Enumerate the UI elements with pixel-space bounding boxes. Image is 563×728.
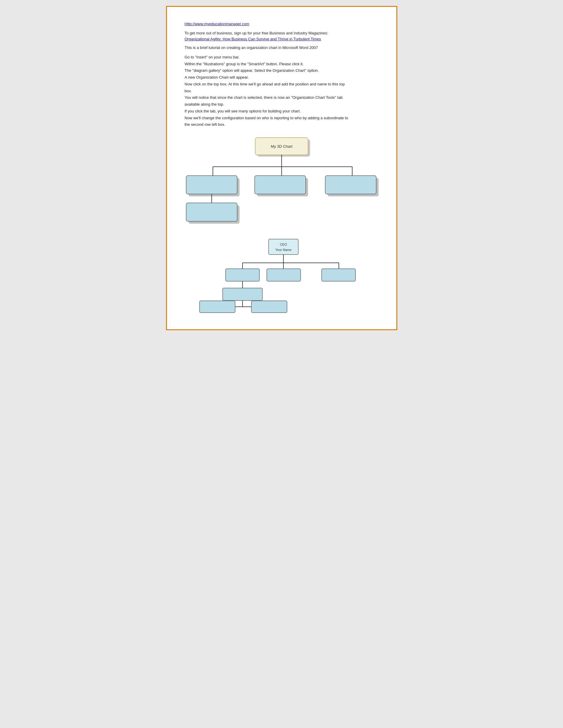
chart1-top-label: My 3D Chart [271,144,292,149]
instruction-1: Go to "Insert" on your menu bar. [185,55,240,59]
instruction-8: Now we'll change the configuration based… [185,116,348,127]
instruction-3: The "diagram gallery" option will appear… [185,68,319,73]
instructions-block: Go to "Insert" on your menu bar. Within … [185,54,378,128]
svg-rect-15 [186,203,237,221]
chart2-wrapper: CEO Your Name [185,236,380,314]
svg-rect-22 [226,269,260,281]
chart1-wrapper: My 3D Chart [185,134,380,227]
instruction-4: A new Organization Chart will appear. [185,75,249,80]
instruction-2: Within the "Illustrations" group is the … [185,62,303,66]
chart2-svg: CEO Your Name [185,236,380,313]
ceo-title-text: CEO [280,243,287,246]
svg-rect-32 [252,301,287,313]
header-link[interactable]: Http://www.myeducationmanager.com [185,22,378,26]
ceo-name-text: Your Name [275,248,291,252]
svg-rect-23 [267,269,300,281]
instruction-6: You will notice that since the chart is … [185,95,343,107]
magazine-link[interactable]: Organizational Agility: How Business Can… [185,37,321,41]
tutorial-heading: This is a brief tutorial on creating an … [185,45,378,51]
svg-rect-12 [325,176,376,194]
svg-rect-24 [322,269,355,281]
instruction-7: If you click the tab, you will see many … [185,109,301,113]
intro-line1: To get more out of business, sign up for… [185,30,378,42]
svg-rect-16 [269,239,298,255]
svg-rect-8 [186,176,237,194]
instruction-5: Now click on the top box. At this time w… [185,82,345,93]
chart1-svg: My 3D Chart [185,134,380,226]
svg-rect-31 [200,301,235,313]
page: Http://www.myeducationmanager.com To get… [166,6,397,330]
svg-rect-26 [223,288,263,301]
svg-rect-10 [255,176,306,194]
